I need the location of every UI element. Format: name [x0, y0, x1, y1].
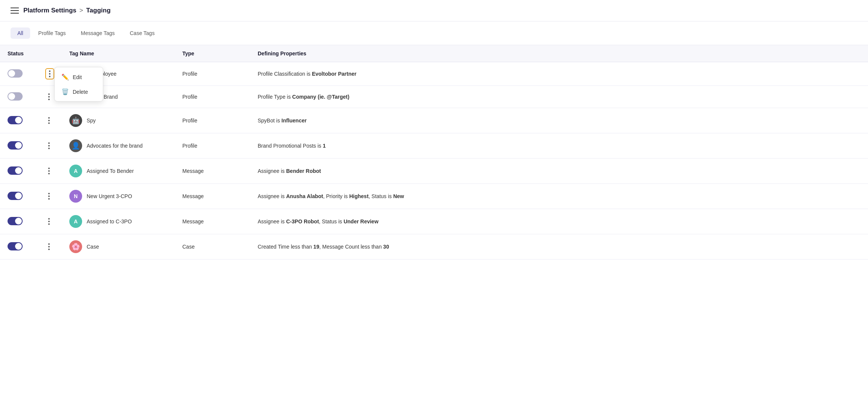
toggle-switch[interactable] — [8, 116, 23, 124]
toggle-switch[interactable] — [8, 192, 23, 200]
tag-name-text: New Urgent 3-CPO — [87, 193, 132, 199]
col-header-tagname: Tag Name — [62, 45, 175, 62]
def-prop-bold: Bender Robot — [286, 168, 321, 174]
dots-menu-button[interactable] — [45, 68, 54, 79]
avatar: 🤖 — [69, 114, 82, 127]
type-cell: Message — [175, 159, 250, 184]
menu-cell: ✏️ Edit 🗑️ Delete — [38, 62, 62, 86]
toggle-track[interactable] — [8, 141, 23, 150]
defining-props-cell: Assignee is C-3PO Robot, Status is Under… — [250, 209, 868, 234]
toggle-track[interactable] — [8, 192, 23, 200]
toggle-track[interactable] — [8, 116, 23, 124]
toggle-thumb — [8, 93, 15, 100]
context-menu: ✏️ Edit 🗑️ Delete — [54, 67, 103, 102]
type-cell: Profile — [175, 133, 250, 159]
toggle-switch[interactable] — [8, 242, 23, 250]
breadcrumb-current: Tagging — [86, 7, 111, 14]
def-prop-extra2: , Status is — [368, 193, 393, 199]
def-prop-bold: C-3PO Robot — [286, 218, 319, 224]
context-menu-delete[interactable]: 🗑️ Delete — [55, 84, 103, 99]
col-header-menu — [38, 45, 62, 62]
breadcrumb: Platform Settings > Tagging — [23, 7, 111, 14]
toggle-switch[interactable] — [8, 69, 23, 78]
toggle-thumb — [15, 192, 22, 199]
avatar: A — [69, 165, 82, 177]
defining-props-cell: Created Time less than 19, Message Count… — [250, 234, 868, 260]
defining-props-cell: Assignee is Bender Robot — [250, 159, 868, 184]
dots-menu-button[interactable] — [45, 141, 53, 151]
status-cell — [0, 133, 38, 159]
type-cell: Profile — [175, 62, 250, 86]
header: Platform Settings > Tagging — [0, 0, 868, 21]
def-prop-bold: Anusha Alabot — [286, 193, 323, 199]
tab-message-tags[interactable]: Message Tags — [74, 27, 121, 39]
dots-menu-button[interactable] — [45, 242, 53, 252]
table-row: 🤖 Spy ProfileSpyBot is Influencer — [0, 108, 868, 133]
def-prop-bold2: Highest — [349, 193, 368, 199]
toggle-thumb — [15, 243, 22, 250]
def-prop-text: Profile Classification is — [258, 71, 312, 77]
delete-icon: 🗑️ — [61, 88, 69, 95]
dots-menu-button[interactable] — [45, 217, 53, 226]
tag-name-cell: N New Urgent 3-CPO — [62, 184, 175, 209]
status-cell — [0, 184, 38, 209]
toggle-track[interactable] — [8, 242, 23, 250]
hamburger-menu[interactable] — [11, 8, 19, 14]
tag-name-text: Case — [87, 244, 99, 250]
status-cell — [0, 86, 38, 108]
menu-cell — [38, 108, 62, 133]
status-cell — [0, 62, 38, 86]
defining-props-cell: Profile Type is Company (ie. @Target) — [250, 86, 868, 108]
breadcrumb-separator: > — [79, 7, 83, 14]
col-header-status: Status — [0, 45, 38, 62]
toggle-switch[interactable] — [8, 217, 23, 225]
context-menu-edit[interactable]: ✏️ Edit — [55, 70, 103, 84]
def-prop-bold: 1 — [323, 143, 326, 149]
avatar: N — [69, 190, 82, 203]
avatar: 👤 — [69, 139, 82, 152]
toggle-thumb — [8, 70, 15, 77]
toggle-track[interactable] — [8, 69, 23, 78]
toggle-track[interactable] — [8, 217, 23, 225]
toggle-thumb — [15, 142, 22, 149]
defining-props-cell: SpyBot is Influencer — [250, 108, 868, 133]
menu-cell — [38, 159, 62, 184]
defining-props-cell: Assignee is Anusha Alabot, Priority is H… — [250, 184, 868, 209]
toggle-switch[interactable] — [8, 141, 23, 150]
avatar: 🌸 — [69, 240, 82, 253]
menu-cell — [38, 209, 62, 234]
def-prop-bold2: 30 — [383, 244, 389, 250]
def-prop-bold: Evoltobor Partner — [312, 71, 356, 77]
tag-name-text: Assigned to C-3PO — [87, 218, 132, 224]
avatar: A — [69, 215, 82, 228]
col-header-defprop: Defining Properties — [250, 45, 868, 62]
tab-case-tags[interactable]: Case Tags — [123, 27, 161, 39]
defining-props-cell: Profile Classification is Evoltobor Part… — [250, 62, 868, 86]
toggle-switch[interactable] — [8, 166, 23, 175]
edit-label: Edit — [73, 74, 82, 80]
dots-menu-button[interactable] — [45, 191, 53, 201]
toggle-track[interactable] — [8, 166, 23, 175]
def-prop-text: Created Time less than — [258, 244, 313, 250]
tab-all[interactable]: All — [11, 27, 30, 39]
toggle-switch[interactable] — [8, 92, 23, 101]
def-prop-bold: Company (ie. @Target) — [292, 94, 350, 100]
dots-menu-button[interactable] — [45, 92, 53, 102]
col-header-type: Type — [175, 45, 250, 62]
tab-profile-tags[interactable]: Profile Tags — [32, 27, 73, 39]
dots-menu-button[interactable] — [45, 116, 53, 125]
def-prop-extra: , Priority is — [323, 193, 349, 199]
status-cell — [0, 209, 38, 234]
table-row: A Assigned To Bender MessageAssignee is … — [0, 159, 868, 184]
toggle-track[interactable] — [8, 92, 23, 101]
delete-label: Delete — [73, 89, 88, 95]
defining-props-cell: Brand Promotional Posts is 1 — [250, 133, 868, 159]
tag-name-text: Advocates for the brand — [87, 143, 143, 149]
def-prop-extra: , Status is — [319, 218, 344, 224]
def-prop-text: SpyBot is — [258, 118, 281, 124]
tag-name-cell: 👤 Advocates for the brand — [62, 133, 175, 159]
breadcrumb-parent: Platform Settings — [23, 7, 76, 14]
dots-menu-button[interactable] — [45, 166, 53, 176]
table-row: N New Urgent 3-CPO MessageAssignee is An… — [0, 184, 868, 209]
table-row: 🌸 Case CaseCreated Time less than 19, Me… — [0, 234, 868, 260]
